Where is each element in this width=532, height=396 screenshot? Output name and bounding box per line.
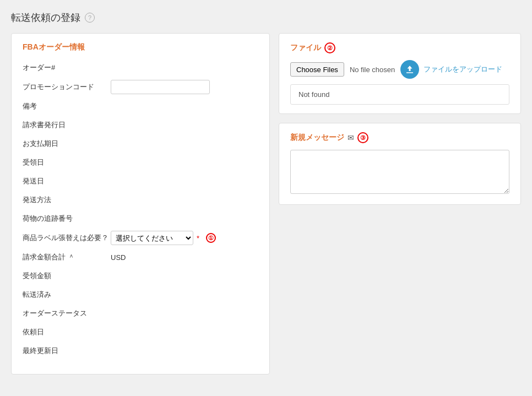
field-invoice-total: 請求金額合計 ＾ USD [23, 251, 258, 264]
label-received-amount: 受領金額 [23, 271, 111, 281]
message-step-badge: ③ [357, 132, 368, 143]
label-tracking-num: 荷物の追跡番号 [23, 214, 111, 224]
field-payment-due: お支払期日 [23, 137, 258, 150]
left-panel: FBAオーダー情報 オーダー# プロモーションコード 備考 請求書発行日 お支払… [11, 33, 270, 375]
field-received-date: 受領日 [23, 156, 258, 169]
label-label-replace: 商品ラベル張替えは必要？ [23, 233, 111, 243]
file-card: ファイル ② Choose Files No file chosen ファイルを… [279, 33, 521, 114]
label-remarks: 備考 [23, 101, 111, 111]
file-step-badge: ② [324, 42, 335, 53]
label-invoice-date: 請求書発行日 [23, 120, 111, 130]
message-textarea[interactable] [290, 150, 509, 194]
not-found-box: Not found [290, 84, 509, 105]
help-icon[interactable]: ? [85, 13, 95, 23]
label-received-date: 受領日 [23, 158, 111, 167]
fba-section-title: FBAオーダー情報 [23, 42, 258, 52]
label-request-date: 依頼日 [23, 327, 111, 337]
select-label-replace[interactable]: 選択してください [111, 231, 193, 245]
upload-label: ファイルをアップロード [424, 64, 502, 74]
page-title-area: 転送依頼の登録 ? [11, 11, 521, 24]
label-order-status: オーダーステータス [23, 308, 111, 318]
choose-files-button[interactable]: Choose Files [290, 62, 344, 77]
value-currency: USD [111, 253, 258, 262]
field-tracking-num: 荷物の追跡番号 [23, 212, 258, 225]
value-label-replace: 選択してください * ① [111, 231, 258, 245]
page-title: 転送依頼の登録 [11, 11, 80, 24]
field-order-num: オーダー# [23, 61, 258, 74]
label-last-updated: 最終更新日 [23, 346, 111, 356]
file-card-title: ファイル [290, 43, 321, 53]
label-invoice-total: 請求金額合計 ＾ [23, 252, 111, 262]
step-badge-1: ① [206, 233, 216, 243]
label-transferred: 転送済み [23, 290, 111, 300]
field-ship-method: 発送方法 [23, 193, 258, 207]
field-ship-date: 発送日 [23, 175, 258, 188]
message-card: 新規メッセージ ✉ ③ [279, 123, 521, 205]
field-order-status: オーダーステータス [23, 307, 258, 320]
field-transferred: 転送済み [23, 288, 258, 301]
right-panel: ファイル ② Choose Files No file chosen ファイルを… [279, 33, 521, 205]
upload-area: ファイルをアップロード [400, 60, 502, 79]
field-last-updated: 最終更新日 [23, 344, 258, 357]
file-row: Choose Files No file chosen ファイルをアップロード [290, 60, 509, 79]
no-file-label: No file chosen [350, 66, 395, 74]
message-card-title: 新規メッセージ [290, 133, 344, 143]
label-payment-due: お支払期日 [23, 139, 111, 149]
label-order-num: オーダー# [23, 63, 111, 73]
mail-icon: ✉ [348, 133, 354, 142]
label-ship-method: 発送方法 [23, 195, 111, 205]
message-card-title-row: 新規メッセージ ✉ ③ [290, 132, 509, 143]
upload-icon [405, 64, 415, 74]
field-remarks: 備考 [23, 100, 258, 113]
file-card-title-row: ファイル ② [290, 42, 509, 53]
field-invoice-date: 請求書発行日 [23, 118, 258, 132]
field-label-replace: 商品ラベル張替えは必要？ 選択してください * ① [23, 231, 258, 245]
field-promo-code: プロモーションコード [23, 80, 258, 94]
main-layout: FBAオーダー情報 オーダー# プロモーションコード 備考 請求書発行日 お支払… [11, 33, 521, 375]
label-promo-code: プロモーションコード [23, 82, 111, 92]
upload-button[interactable] [400, 60, 419, 79]
label-ship-date: 発送日 [23, 176, 111, 186]
field-received-amount: 受領金額 [23, 269, 258, 283]
field-request-date: 依頼日 [23, 326, 258, 339]
not-found-text: Not found [298, 90, 329, 99]
input-promo-code[interactable] [111, 80, 210, 94]
